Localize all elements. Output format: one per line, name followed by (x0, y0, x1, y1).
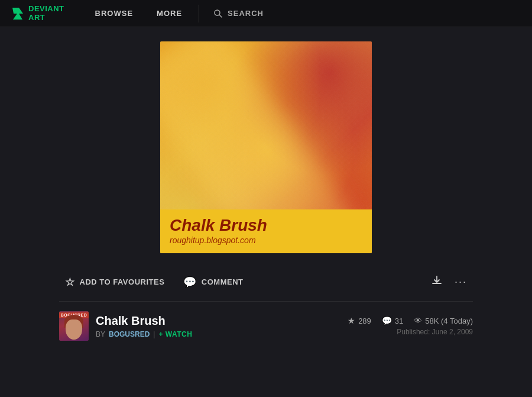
avatar[interactable]: BOGUSRED (59, 311, 89, 341)
svg-marker-0 (12, 8, 23, 20)
ellipsis-icon: ··· (455, 276, 467, 288)
artwork-container[interactable]: Chalk Brush roughitup.blogspot.com (160, 41, 372, 253)
avatar-face (66, 319, 82, 340)
artist-byline: BY BogusRed | + WATCH (96, 330, 192, 338)
svg-line-2 (219, 15, 222, 17)
artist-row-stats: ★ 289 💬 31 👁 58K (4 Today) Published: Ju… (348, 316, 473, 336)
artist-info: Chalk Brush BY BogusRed | + WATCH (96, 314, 192, 338)
eye-stat-icon: 👁 (414, 316, 422, 325)
byline-divider: | (153, 330, 155, 338)
star-stat-icon: ★ (348, 316, 355, 325)
artist-username-link[interactable]: BogusRed (109, 330, 150, 338)
views-stat: 👁 58K (4 Today) (414, 316, 473, 325)
comment-button[interactable]: 💬 COMMENT (177, 273, 249, 291)
favourites-stat: ★ 289 (348, 316, 371, 325)
add-to-favourites-label: ADD TO FAVOURITES (80, 277, 165, 286)
views-count: 58K (4 Today) (425, 317, 473, 325)
comment-label: COMMENT (202, 277, 244, 286)
more-options-button[interactable]: ··· (449, 272, 473, 292)
logo-text: DEVIANT ART (28, 5, 64, 22)
download-button[interactable] (425, 271, 449, 293)
artwork-subtitle: roughitup.blogspot.com (170, 235, 362, 245)
artwork-name: Chalk Brush (96, 314, 192, 328)
logo[interactable]: DEVIANT ART (9, 5, 64, 22)
favourites-count: 289 (358, 317, 371, 325)
artwork-banner: Chalk Brush roughitup.blogspot.com (160, 209, 372, 253)
nav-browse[interactable]: BROWSE (83, 0, 145, 27)
by-label: BY (96, 330, 105, 338)
search-icon (213, 9, 223, 18)
nav-divider (199, 5, 199, 22)
artwork-title: Chalk Brush (170, 215, 362, 235)
watch-button[interactable]: + WATCH (158, 330, 192, 338)
add-to-favourites-button[interactable]: ☆ ADD TO FAVOURITES (59, 273, 170, 291)
nav-links: BROWSE MORE SEARCH (83, 0, 523, 27)
artist-row: BOGUSRED Chalk Brush BY BogusRed | + WAT… (59, 302, 473, 341)
action-bar: ☆ ADD TO FAVOURITES 💬 COMMENT ··· (59, 260, 473, 302)
search-label[interactable]: SEARCH (228, 9, 264, 18)
artwork-image: Chalk Brush roughitup.blogspot.com (160, 41, 372, 253)
comments-count: 31 (395, 317, 403, 325)
comment-icon: 💬 (183, 277, 197, 288)
comments-stat: 💬 31 (382, 316, 403, 325)
download-icon (431, 275, 443, 286)
navbar: DEVIANT ART BROWSE MORE SEARCH (0, 0, 532, 27)
avatar-inner: BOGUSRED (59, 311, 89, 341)
deviantart-logo-icon (9, 5, 26, 22)
nav-more[interactable]: MORE (145, 0, 194, 27)
search-area[interactable]: SEARCH (204, 9, 264, 18)
published-label: Published: June 2, 2009 (397, 328, 473, 336)
star-icon: ☆ (65, 277, 75, 288)
main-content: Chalk Brush roughitup.blogspot.com ☆ ADD… (0, 27, 532, 341)
comment-stat-icon: 💬 (382, 316, 392, 325)
stats-row: ★ 289 💬 31 👁 58K (4 Today) (348, 316, 473, 325)
